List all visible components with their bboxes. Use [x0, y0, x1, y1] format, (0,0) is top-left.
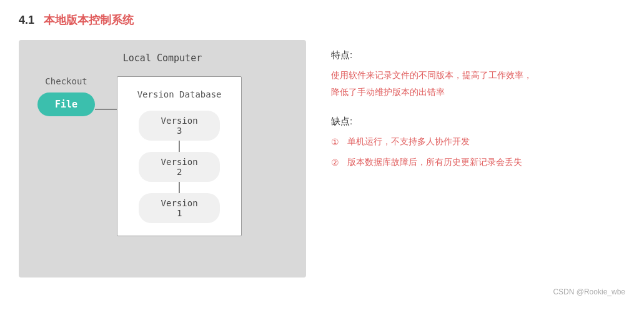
drawback-num-2: ②	[331, 155, 344, 171]
local-computer-label: Local Computer	[123, 52, 202, 64]
drawback-num-1: ①	[331, 134, 344, 150]
feature-line2: 降低了手动维护版本的出错率	[331, 87, 445, 97]
version-db-box: Version Database Version 3 Version 2 Ver…	[117, 76, 242, 236]
version-db-label: Version Database	[137, 89, 222, 99]
diagram-row: Checkout File Version Database Version 3…	[37, 76, 287, 236]
version-1: Version 1	[139, 193, 220, 223]
features-label: 特点:	[331, 46, 625, 63]
drawback-text-1: 单机运行，不支持多人协作开发	[347, 134, 470, 149]
title-text: 本地版本控制系统	[44, 14, 134, 26]
drawbacks-label: 缺点:	[331, 112, 625, 129]
version-2: Version 2	[139, 152, 220, 182]
file-button: File	[37, 92, 95, 116]
drawback-text-2: 版本数据库故障后，所有历史更新记录会丢失	[347, 155, 522, 170]
connector-v1	[179, 141, 180, 152]
diagram-container: Local Computer Checkout File Version Dat…	[19, 40, 306, 278]
title-number: 4.1	[19, 14, 34, 26]
features-text: 使用软件来记录文件的不同版本，提高了工作效率， 降低了手动维护版本的出错率	[331, 67, 625, 100]
connector-v2	[179, 182, 180, 193]
connector-h	[95, 109, 117, 110]
page-title: 4.1 本地版本控制系统	[19, 12, 625, 28]
line-h	[95, 109, 117, 110]
content-area: Local Computer Checkout File Version Dat…	[19, 40, 625, 278]
drawback-item-2: ② 版本数据库故障后，所有历史更新记录会丢失	[331, 155, 625, 171]
text-section: 特点: 使用软件来记录文件的不同版本，提高了工作效率， 降低了手动维护版本的出错…	[331, 40, 625, 176]
footer-text: CSDN @Rookie_wbe	[553, 288, 625, 296]
drawback-item-1: ① 单机运行，不支持多人协作开发	[331, 134, 625, 150]
version-3: Version 3	[139, 111, 220, 141]
checkout-label: Checkout	[45, 76, 87, 86]
feature-line1: 使用软件来记录文件的不同版本，提高了工作效率，	[331, 70, 532, 80]
file-column: Checkout File	[37, 76, 95, 116]
